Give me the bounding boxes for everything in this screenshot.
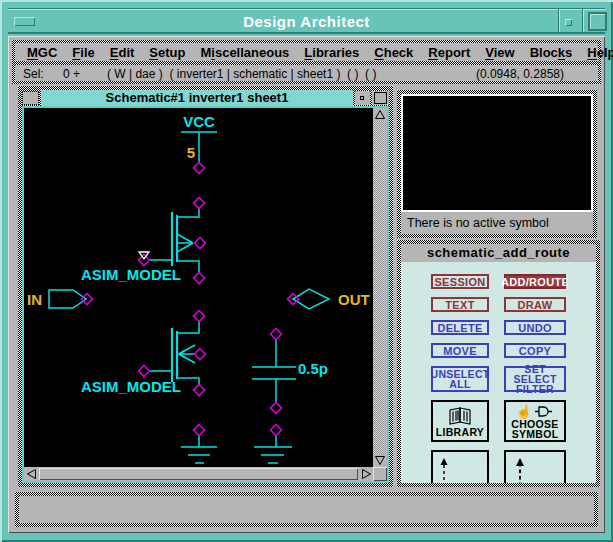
menu-file[interactable]: File <box>72 45 94 60</box>
titlebar-separator <box>582 9 584 32</box>
add-bus-icon <box>510 456 556 483</box>
menu-mgc[interactable]: MGC <box>27 45 57 60</box>
cursor-coordinates: (0.0948, 0.2858) <box>476 67 564 81</box>
move-button[interactable]: MOVE <box>431 343 489 358</box>
menu-report[interactable]: Report <box>428 45 470 60</box>
menu-miscellaneous[interactable]: Miscellaneous <box>200 45 289 60</box>
horizontal-scrollbar[interactable] <box>24 467 373 481</box>
minimize-button[interactable] <box>565 19 572 26</box>
scroll-left-arrow[interactable] <box>24 467 38 481</box>
add-wire-button[interactable] <box>431 450 489 483</box>
draw-button[interactable]: DRAW <box>504 297 566 312</box>
scrollbar-corner <box>373 467 387 481</box>
ground-symbol <box>254 435 292 463</box>
vcc-label: VCC <box>183 113 215 130</box>
choose-symbol-button[interactable]: ☝ CHOOSE SYMBOL <box>504 400 566 442</box>
pmos-drain-stub <box>177 209 199 217</box>
library-button[interactable]: LIBRARY <box>431 400 489 442</box>
symbol-preview-area <box>401 94 593 212</box>
transistor-bars <box>172 212 177 382</box>
selection-count: 0 + <box>63 67 80 81</box>
vertical-scrollbar[interactable] <box>373 108 387 467</box>
menu-help[interactable]: Help <box>587 45 613 60</box>
add-bus-button[interactable] <box>504 450 566 483</box>
pointing-hand-icon: ☝ <box>516 405 533 418</box>
capacitor-symbol <box>252 339 296 403</box>
logic-gate-icon <box>534 405 554 418</box>
undo-button[interactable]: UNDO <box>504 320 566 335</box>
scroll-down-arrow[interactable] <box>373 454 387 467</box>
schematic-canvas[interactable]: VCC 5 ASIM_MODEL ASIM_MODEL IN OUT 0.5p <box>24 108 373 467</box>
scroll-up-arrow[interactable] <box>373 108 387 121</box>
schematic-window-title: Schematic#1 inverter1 sheet1 <box>41 90 353 106</box>
schematic-minimize-button[interactable] <box>355 91 370 105</box>
palette: schematic_add_route SESSION ADD/ROUTE TE… <box>397 240 600 487</box>
delete-button[interactable]: DELETE <box>431 320 489 335</box>
set-select-filter-button[interactable]: SET SELECT FILTER <box>504 366 566 392</box>
menu-libraries[interactable]: Libraries <box>304 45 359 60</box>
menubar: MGCFileEditSetupMiscellaneousLibrariesCh… <box>12 40 601 64</box>
vcc-value-label: 5 <box>187 144 195 161</box>
menu-setup[interactable]: Setup <box>149 45 185 60</box>
cap-value-label: 0.5p <box>298 360 328 377</box>
palette-title: schematic_add_route <box>401 244 596 262</box>
schematic-window-menu-button[interactable] <box>22 91 39 105</box>
add-wire-icon <box>437 456 483 483</box>
add-route-button[interactable]: ADD/ROUTE <box>504 274 566 289</box>
maximize-button[interactable] <box>588 12 607 31</box>
horizontal-scroll-thumb[interactable] <box>39 468 358 480</box>
message-area <box>15 492 598 527</box>
library-book-icon <box>446 405 474 427</box>
menu-edit[interactable]: Edit <box>110 45 135 60</box>
window-titlebar: Design Architect <box>8 8 605 34</box>
in-port-label: IN <box>27 291 42 308</box>
menu-blocks[interactable]: Blocks <box>530 45 573 60</box>
pmos-model-label: ASIM_MODEL <box>81 266 181 283</box>
titlebar-separator <box>558 9 560 32</box>
unselect-all-button[interactable]: UNSELECT ALL <box>431 366 489 392</box>
design-architect-window: Design Architect MGCFileEditSetupMiscell… <box>0 0 613 542</box>
out-port-label: OUT <box>338 291 370 308</box>
ground-symbol <box>181 435 217 463</box>
schematic-window: Schematic#1 inverter1 sheet1 <box>18 86 393 487</box>
session-button[interactable]: SESSION <box>431 274 489 289</box>
menu-view[interactable]: View <box>485 45 514 60</box>
context-path: ( W | dae ) ( inverter1 | schematic | sh… <box>107 67 376 81</box>
statusbar: Sel: 0 + ( W | dae ) ( inverter1 | schem… <box>12 62 601 84</box>
schematic-maximize-button[interactable] <box>372 91 389 105</box>
scroll-right-arrow[interactable] <box>359 467 373 481</box>
message-area-content <box>19 496 594 523</box>
window-title: Design Architect <box>8 13 605 30</box>
text-button[interactable]: TEXT <box>431 297 489 312</box>
nmos-model-label: ASIM_MODEL <box>81 378 181 395</box>
menu-check[interactable]: Check <box>374 45 413 60</box>
nmos-drain-stub <box>177 322 199 333</box>
application-panel: MGCFileEditSetupMiscellaneousLibrariesCh… <box>8 36 605 533</box>
copy-button[interactable]: COPY <box>504 343 566 358</box>
active-symbol-panel: There is no active symbol <box>397 90 597 238</box>
no-active-symbol-message: There is no active symbol <box>401 212 593 234</box>
selection-label: Sel: <box>23 67 44 81</box>
